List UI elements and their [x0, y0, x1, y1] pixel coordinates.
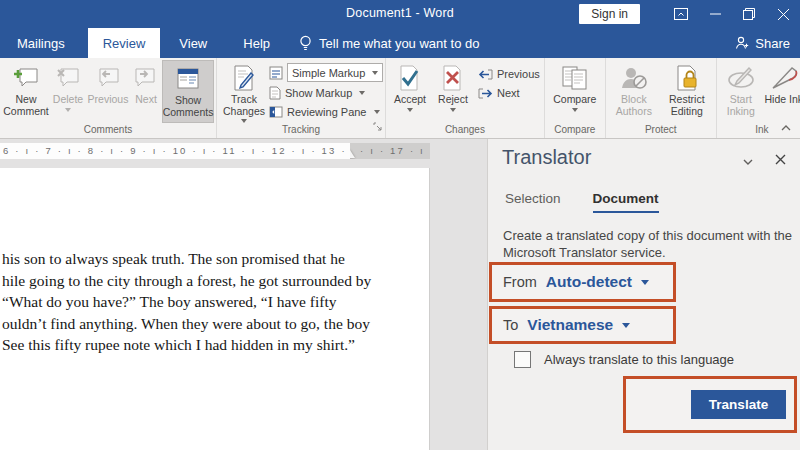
pane-options-button[interactable]: [743, 151, 753, 169]
changes-group: Accept Reject Previous Next: [386, 58, 545, 138]
lightbulb-icon: [299, 35, 312, 52]
pane-close-button[interactable]: [775, 151, 786, 169]
show-markup-button[interactable]: Show Markup: [269, 84, 383, 101]
new-comment-icon: [13, 64, 39, 92]
reject-dropdown-icon: [450, 108, 456, 112]
previous-comment-label: Previous: [88, 94, 129, 106]
previous-comment-button[interactable]: Previous: [86, 60, 130, 123]
block-authors-icon: [619, 64, 649, 92]
next-change-icon: [478, 87, 493, 100]
always-translate-label: Always translate to this language: [544, 352, 734, 367]
from-language-dropdown[interactable]: From Auto-detect: [489, 262, 676, 302]
display-for-review-icon: [269, 66, 283, 80]
share-label: Share: [755, 36, 790, 51]
close-button[interactable]: [766, 0, 800, 28]
restrict-editing-icon: [675, 64, 699, 92]
delete-comment-button[interactable]: Delete: [50, 60, 86, 123]
track-changes-label: Track Changes: [219, 94, 269, 117]
always-translate-checkbox[interactable]: [514, 351, 531, 368]
document-line: his son to always speak truth. The son p…: [2, 248, 426, 270]
share-person-icon: [734, 36, 749, 50]
ribbon: New Comment Delete Previous Next: [0, 58, 800, 139]
restore-button[interactable]: [732, 0, 766, 28]
display-for-review-dropdown-icon: [372, 71, 378, 75]
document-line: “What do you have?” The boy answered, “I…: [2, 291, 426, 313]
tracking-dialog-launcher[interactable]: [373, 117, 382, 135]
from-value: Auto-detect: [546, 273, 632, 291]
next-comment-icon: [134, 64, 158, 92]
tab-selection[interactable]: Selection: [505, 191, 561, 213]
tab-mailings[interactable]: Mailings: [2, 28, 80, 58]
dialog-launcher-icon: [373, 122, 382, 131]
to-value: Vietnamese: [527, 316, 613, 334]
accept-icon: [397, 64, 423, 92]
document-area: 6 · ı · 7 · ı · 8 · ı · 9 · ı · 10 · ı ·…: [0, 139, 487, 450]
show-markup-icon: [269, 86, 281, 100]
from-dropdown-icon: [641, 280, 649, 285]
tab-review[interactable]: Review: [88, 28, 161, 58]
sign-in-button[interactable]: Sign in: [579, 4, 640, 24]
next-comment-button[interactable]: Next: [130, 60, 162, 123]
accept-button[interactable]: Accept: [388, 60, 432, 123]
tab-document[interactable]: Document: [593, 191, 659, 213]
minimize-button[interactable]: [698, 0, 732, 28]
translate-highlight-box: Translate: [623, 376, 797, 433]
ruler-right-section: · ı · 17 · ı · 18 ·: [350, 143, 430, 159]
document-page[interactable]: his son to always speak truth. The son p…: [0, 168, 430, 450]
next-change-button[interactable]: Next: [478, 85, 540, 101]
tell-me-box[interactable]: Tell me what you want to do: [285, 28, 493, 58]
document-line: hile going to the city through a forest,…: [2, 270, 426, 292]
tab-help[interactable]: Help: [228, 28, 285, 58]
previous-change-icon: [478, 68, 493, 81]
display-for-review-select[interactable]: Simple Markup: [287, 63, 383, 82]
collapse-ribbon-button[interactable]: [772, 118, 800, 138]
new-comment-label: New Comment: [2, 94, 50, 117]
compare-group: Compare Compare: [545, 58, 606, 138]
new-comment-button[interactable]: New Comment: [2, 60, 50, 123]
translate-button[interactable]: Translate: [691, 390, 786, 419]
reviewing-pane-button[interactable]: Reviewing Pane: [269, 103, 383, 120]
tell-me-label: Tell me what you want to do: [319, 36, 479, 51]
pane-description: Create a translated copy of this documen…: [503, 227, 795, 261]
right-indent-marker[interactable]: [350, 150, 355, 158]
compare-button[interactable]: Compare: [547, 60, 603, 123]
block-authors-button[interactable]: Block Authors: [608, 60, 660, 123]
previous-change-button[interactable]: Previous: [478, 66, 540, 82]
previous-change-label: Previous: [497, 68, 540, 80]
hide-ink-button[interactable]: Hide Ink: [763, 60, 800, 123]
horizontal-ruler[interactable]: 6 · ı · 7 · ı · 8 · ı · 9 · ı · 10 · ı ·…: [0, 143, 430, 159]
minimize-icon: [710, 13, 721, 15]
chevron-down-icon: [743, 159, 753, 165]
document-text: his son to always speak truth. The son p…: [2, 248, 426, 356]
hide-ink-label: Hide Ink: [765, 94, 800, 106]
document-line: ouldn’t find anything. When they were ab…: [2, 313, 426, 335]
protect-group: Block Authors Restrict Editing Protect: [606, 58, 717, 138]
reviewing-pane-dropdown-icon: [374, 110, 380, 114]
start-inking-button[interactable]: Start Inking: [719, 60, 763, 123]
show-markup-label: Show Markup: [285, 87, 352, 99]
restrict-editing-button[interactable]: Restrict Editing: [660, 60, 714, 123]
show-markup-dropdown-icon: [359, 91, 365, 95]
ribbon-display-options-button[interactable]: [664, 0, 698, 28]
accept-label: Accept: [394, 94, 426, 106]
next-change-label: Next: [497, 87, 520, 99]
next-comment-label: Next: [135, 94, 157, 106]
comments-group-label: Comments: [2, 123, 214, 138]
reject-icon: [440, 64, 466, 92]
compare-dropdown-icon: [572, 108, 578, 112]
reviewing-pane-label: Reviewing Pane: [287, 106, 367, 118]
tab-view[interactable]: View: [164, 28, 222, 58]
show-comments-label: Show Comments: [163, 95, 214, 118]
to-dropdown-icon: [622, 323, 630, 328]
track-changes-button[interactable]: Track Changes: [219, 60, 269, 123]
document-line: See this fifty rupee note which I had hi…: [2, 334, 426, 356]
compare-group-label: Compare: [547, 123, 603, 138]
show-comments-button[interactable]: Show Comments: [162, 60, 214, 123]
comments-group: New Comment Delete Previous Next: [0, 58, 217, 138]
reject-button[interactable]: Reject: [432, 60, 474, 123]
to-language-dropdown[interactable]: To Vietnamese: [489, 306, 676, 344]
compare-icon: [561, 64, 589, 92]
ribbon-tab-bar: Mailings Review View Help Tell me what y…: [0, 28, 800, 58]
share-button[interactable]: Share: [734, 28, 790, 58]
to-label: To: [503, 317, 518, 333]
